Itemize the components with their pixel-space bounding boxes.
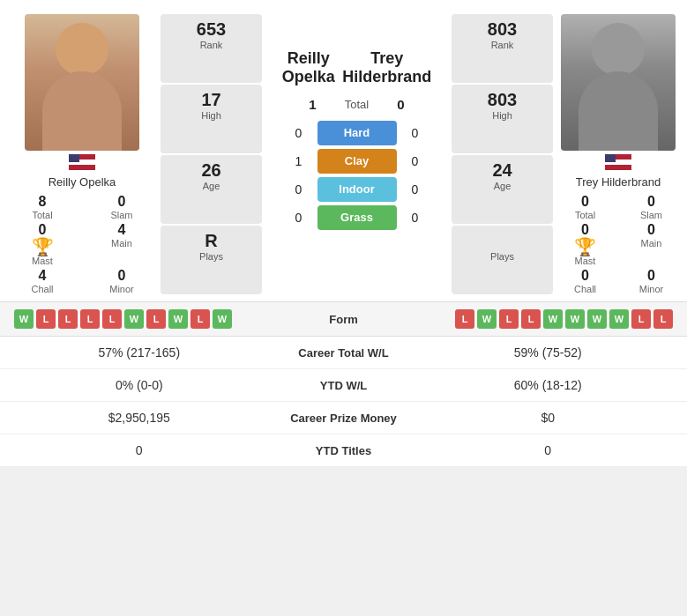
right-plays-label: Plays: [459, 251, 546, 262]
form-badge-left: W: [124, 309, 144, 329]
clay-left-val: 1: [286, 154, 312, 168]
right-chall-value: 0: [581, 268, 589, 284]
indoor-button[interactable]: Indoor: [317, 177, 397, 202]
form-badge-right: L: [631, 309, 651, 329]
right-mast-label: Mast: [575, 256, 596, 266]
stats-row: $2,950,195Career Prize Money$0: [0, 402, 687, 434]
form-badge-right: W: [587, 309, 607, 329]
left-slam-label: Slam: [110, 210, 132, 220]
form-badge-right: L: [455, 309, 474, 329]
right-chall-stat: 0 Chall: [556, 268, 614, 294]
stats-left-1: 0% (0-0): [14, 378, 265, 392]
left-rank-value: 653: [168, 19, 255, 40]
total-label: Total: [326, 98, 388, 111]
left-plays-value: R: [168, 231, 255, 251]
left-high-value: 17: [168, 90, 255, 110]
form-badge-left: L: [102, 309, 122, 329]
player-right-flag: [605, 154, 631, 170]
right-high-box: 803 High: [452, 85, 553, 153]
indoor-row: 0 Indoor 0: [286, 177, 429, 202]
left-rank-box: 653 Rank: [161, 14, 262, 83]
right-plays-box: Plays: [452, 226, 553, 294]
player-right-name-label: Trey Hilderbrand: [576, 175, 661, 189]
right-plays-value: [459, 231, 546, 251]
right-slam-value: 0: [647, 194, 655, 210]
left-main-label: Main: [111, 238, 132, 249]
left-age-box: 26 Age: [161, 155, 262, 224]
left-total-label: Total: [32, 210, 52, 220]
form-badges-left: WLLLLWLWLW: [14, 309, 305, 329]
indoor-right-val: 0: [402, 182, 429, 197]
grass-button[interactable]: Grass: [317, 205, 397, 230]
right-high-value: 803: [459, 90, 546, 110]
grass-row: 0 Grass 0: [286, 205, 429, 230]
player-left-stats: 8 Total 0 Slam 0 🏆 Mast 4 Main 4: [7, 194, 157, 294]
total-row: 1 Total 0: [300, 97, 414, 112]
left-age-label: Age: [168, 181, 255, 191]
player-right: Trey Hilderbrand 0 Total 0 Slam 0 🏆 Mast…: [556, 14, 680, 294]
stats-center-3: YTD Titles: [265, 444, 423, 457]
right-minor-stat: 0 Minor: [623, 268, 680, 294]
left-mast-stat: 0 🏆 Mast: [7, 222, 78, 266]
left-total-value: 8: [39, 194, 47, 210]
form-badge-right: L: [499, 309, 519, 329]
left-mast-label: Mast: [32, 256, 53, 266]
main-container: Reilly Opelka 8 Total 0 Slam 0 🏆 Mast 4: [0, 0, 687, 467]
total-left-val: 1: [300, 97, 326, 112]
stats-row: 0% (0-0)YTD W/L60% (18-12): [0, 369, 687, 402]
right-slam-stat: 0 Slam: [623, 194, 680, 220]
left-main-stat: 4 Main: [86, 222, 157, 266]
left-high-label: High: [168, 110, 255, 121]
hard-button[interactable]: Hard: [317, 121, 397, 145]
left-mast-value: 0: [39, 222, 47, 238]
stats-row: 0YTD Titles0: [0, 434, 687, 467]
right-mast-stat: 0 🏆 Mast: [556, 222, 614, 266]
left-age-value: 26: [168, 160, 255, 181]
hard-right-val: 0: [402, 126, 429, 140]
form-badge-left: W: [213, 309, 232, 329]
grass-right-val: 0: [402, 211, 429, 225]
form-badge-left: L: [80, 309, 100, 329]
right-slam-label: Slam: [640, 210, 662, 220]
right-chall-label: Chall: [574, 284, 596, 294]
left-chall-stat: 4 Chall: [7, 268, 78, 294]
right-mast-value: 0: [581, 222, 589, 238]
left-chall-value: 4: [39, 268, 47, 284]
left-total-stat: 8 Total: [7, 194, 78, 220]
clay-button[interactable]: Clay: [317, 149, 397, 174]
right-rank-label: Rank: [459, 40, 546, 50]
left-rank-label: Rank: [168, 40, 255, 50]
player-left: Reilly Opelka 8 Total 0 Slam 0 🏆 Mast 4: [7, 14, 157, 294]
player-right-photo: [561, 14, 676, 151]
form-badge-right: W: [543, 309, 563, 329]
stats-center-2: Career Prize Money: [265, 412, 423, 425]
stats-center-0: Career Total W/L: [265, 346, 423, 360]
stats-left-3: 0: [14, 443, 265, 457]
right-minor-value: 0: [647, 268, 655, 284]
right-main-label: Main: [641, 238, 662, 249]
right-main-value: 0: [647, 222, 655, 238]
form-badge-left: L: [190, 309, 210, 329]
grass-left-val: 0: [286, 211, 312, 225]
form-badges-right: LWLLWWWWLL: [383, 309, 674, 329]
hard-left-val: 0: [286, 126, 312, 140]
right-total-stat: 0 Total: [556, 194, 614, 220]
right-middle-stats: 803 Rank 803 High 24 Age Plays: [452, 14, 553, 294]
trophy-icon-right: 🏆: [574, 238, 596, 256]
left-player-header: Reilly Opelka: [282, 49, 335, 86]
left-high-box: 17 High: [161, 85, 262, 153]
stats-row: 57% (217-165)Career Total W/L59% (75-52): [0, 337, 687, 369]
total-right-val: 0: [388, 97, 414, 112]
right-rank-value: 803: [459, 19, 546, 40]
left-plays-label: Plays: [168, 251, 255, 262]
trophy-icon-left: 🏆: [32, 238, 54, 256]
top-section: Reilly Opelka 8 Total 0 Slam 0 🏆 Mast 4: [0, 0, 687, 301]
form-badge-right: W: [565, 309, 585, 329]
right-age-label: Age: [459, 181, 546, 191]
stats-right-3: 0: [423, 443, 674, 457]
stats-right-2: $0: [423, 411, 674, 425]
stats-right-0: 59% (75-52): [423, 345, 674, 360]
right-player-header: Trey Hilderbrand: [342, 49, 431, 86]
right-age-box: 24 Age: [452, 155, 553, 224]
stats-left-2: $2,950,195: [14, 411, 265, 425]
